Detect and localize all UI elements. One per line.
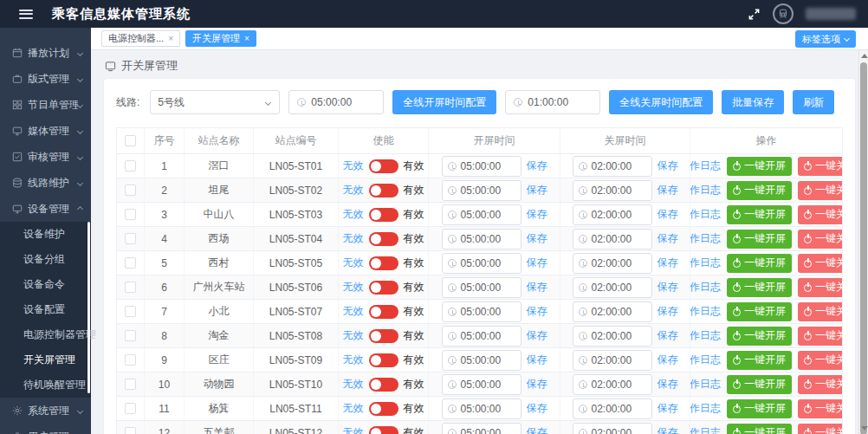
one-key-open-button[interactable]: 一键开屏	[727, 351, 792, 370]
row-checkbox[interactable]	[125, 233, 136, 244]
open-time-input[interactable]: 05:00:00	[442, 204, 521, 225]
one-key-close-button[interactable]: 一键关屏	[798, 399, 842, 418]
enable-off-label[interactable]: 无效	[343, 280, 364, 295]
save-close-time-link[interactable]: 保存	[657, 401, 678, 416]
open-time-input[interactable]: 05:00:00	[442, 398, 521, 419]
save-close-time-link[interactable]: 保存	[657, 328, 678, 343]
save-close-time-link[interactable]: 保存	[657, 377, 678, 392]
one-key-close-button[interactable]: 一键关屏	[798, 424, 842, 434]
enable-toggle[interactable]	[369, 426, 398, 434]
sidebar-item-system-mgmt[interactable]: 系统管理	[0, 398, 91, 424]
all-open-time-input[interactable]: 05:00:00	[288, 90, 384, 114]
scroll-up-arrow-icon[interactable]	[861, 54, 868, 58]
row-checkbox[interactable]	[125, 354, 136, 366]
save-open-time-link[interactable]: 保存	[527, 304, 547, 319]
enable-off-label[interactable]: 无效	[343, 425, 364, 434]
one-key-close-button[interactable]: 一键关屏	[798, 351, 842, 370]
save-close-time-link[interactable]: 保存	[657, 304, 678, 319]
operation-log-link[interactable]: 操作日志	[690, 207, 721, 222]
save-close-time-link[interactable]: 保存	[657, 353, 678, 367]
open-time-input[interactable]: 05:00:00	[442, 326, 521, 347]
one-key-open-button[interactable]: 一键开屏	[727, 157, 792, 176]
sidebar-item-media-mgmt[interactable]: 媒体管理	[0, 118, 91, 144]
fullscreen-icon[interactable]	[748, 8, 761, 21]
submenu-item-device-group[interactable]: 设备分组	[0, 247, 91, 272]
one-key-open-button[interactable]: 一键开屏	[727, 302, 792, 321]
one-key-close-button[interactable]: 一键关屏	[798, 205, 842, 224]
close-time-input[interactable]: 02:00:00	[573, 156, 652, 177]
operation-log-link[interactable]: 操作日志	[690, 353, 721, 367]
save-open-time-link[interactable]: 保存	[527, 377, 547, 392]
sidebar-item-layout-mgmt[interactable]: 版式管理	[0, 66, 91, 92]
enable-off-label[interactable]: 无效	[343, 159, 364, 173]
enable-off-label[interactable]: 无效	[343, 183, 364, 198]
open-time-input[interactable]: 05:00:00	[442, 229, 521, 249]
enable-off-label[interactable]: 无效	[343, 328, 364, 343]
tab-options-button[interactable]: 标签选项	[795, 30, 856, 48]
one-key-close-button[interactable]: 一键关屏	[798, 254, 842, 273]
operation-log-link[interactable]: 操作日志	[690, 425, 721, 434]
operation-log-link[interactable]: 操作日志	[690, 304, 721, 319]
enable-toggle[interactable]	[369, 402, 398, 416]
enable-toggle[interactable]	[369, 378, 398, 392]
save-open-time-link[interactable]: 保存	[527, 159, 547, 173]
sidebar-item-audit-mgmt[interactable]: 审核管理	[0, 144, 91, 170]
open-time-input[interactable]: 05:00:00	[442, 423, 521, 434]
save-open-time-link[interactable]: 保存	[527, 280, 547, 295]
select-all-checkbox[interactable]	[125, 135, 136, 146]
enable-off-label[interactable]: 无效	[343, 304, 364, 319]
one-key-open-button[interactable]: 一键开屏	[727, 230, 792, 249]
enable-toggle[interactable]	[369, 329, 398, 343]
submenu-item-device-command[interactable]: 设备命令	[0, 272, 91, 297]
one-key-open-button[interactable]: 一键开屏	[727, 254, 792, 273]
close-icon[interactable]: ×	[244, 35, 249, 43]
one-key-open-button[interactable]: 一键开屏	[727, 399, 792, 418]
one-key-open-button[interactable]: 一键开屏	[727, 181, 792, 200]
row-checkbox[interactable]	[125, 379, 136, 390]
enable-toggle[interactable]	[369, 184, 398, 198]
all-open-config-button[interactable]: 全线开屏时间配置	[392, 90, 496, 114]
close-time-input[interactable]: 02:00:00	[573, 398, 652, 419]
row-checkbox[interactable]	[125, 185, 136, 196]
line-select[interactable]: 5号线	[150, 90, 280, 114]
submenu-item-screen-switch-mgmt[interactable]: 开关屏管理	[0, 347, 91, 372]
submenu-item-device-config[interactable]: 设备配置	[0, 297, 91, 322]
save-open-time-link[interactable]: 保存	[527, 353, 547, 367]
scroll-down-arrow-icon[interactable]	[861, 426, 868, 431]
all-close-time-input[interactable]: 01:00:00	[505, 90, 600, 114]
sidebar-item-user-mgmt[interactable]: 用户管理	[0, 424, 91, 434]
enable-off-label[interactable]: 无效	[343, 401, 364, 416]
submenu-item-standby-wakeup-mgmt[interactable]: 待机唤醒管理	[0, 372, 91, 398]
open-time-input[interactable]: 05:00:00	[442, 156, 521, 177]
sidebar-item-program-list-mgmt[interactable]: 节目单管理	[0, 92, 91, 118]
one-key-open-button[interactable]: 一键开屏	[727, 424, 792, 434]
user-name-redacted[interactable]	[806, 8, 856, 20]
close-time-input[interactable]: 02:00:00	[573, 301, 652, 322]
operation-log-link[interactable]: 操作日志	[690, 159, 721, 173]
save-close-time-link[interactable]: 保存	[657, 425, 678, 434]
all-close-config-button[interactable]: 全线关屏时间配置	[609, 90, 713, 114]
scrollbar-thumb[interactable]	[860, 62, 867, 434]
batch-save-button[interactable]: 批量保存	[722, 90, 784, 114]
close-time-input[interactable]: 02:00:00	[573, 374, 652, 395]
one-key-open-button[interactable]: 一键开屏	[727, 375, 792, 394]
enable-toggle[interactable]	[369, 353, 398, 367]
row-checkbox[interactable]	[125, 306, 136, 317]
operation-log-link[interactable]: 操作日志	[690, 328, 721, 343]
save-open-time-link[interactable]: 保存	[527, 256, 547, 270]
one-key-close-button[interactable]: 一键关屏	[798, 375, 842, 394]
enable-off-label[interactable]: 无效	[343, 207, 364, 222]
enable-toggle[interactable]	[369, 305, 398, 319]
row-checkbox[interactable]	[125, 257, 136, 269]
open-time-input[interactable]: 05:00:00	[442, 180, 521, 201]
save-open-time-link[interactable]: 保存	[527, 328, 547, 343]
enable-toggle[interactable]	[369, 232, 398, 246]
sidebar-item-line-maintenance[interactable]: 线路维护	[0, 170, 91, 196]
enable-toggle[interactable]	[369, 281, 398, 295]
user-avatar[interactable]	[773, 3, 794, 24]
row-checkbox[interactable]	[125, 403, 136, 414]
operation-log-link[interactable]: 操作日志	[690, 256, 721, 270]
row-checkbox[interactable]	[125, 282, 136, 293]
enable-off-label[interactable]: 无效	[343, 231, 364, 246]
open-time-input[interactable]: 05:00:00	[442, 374, 521, 395]
